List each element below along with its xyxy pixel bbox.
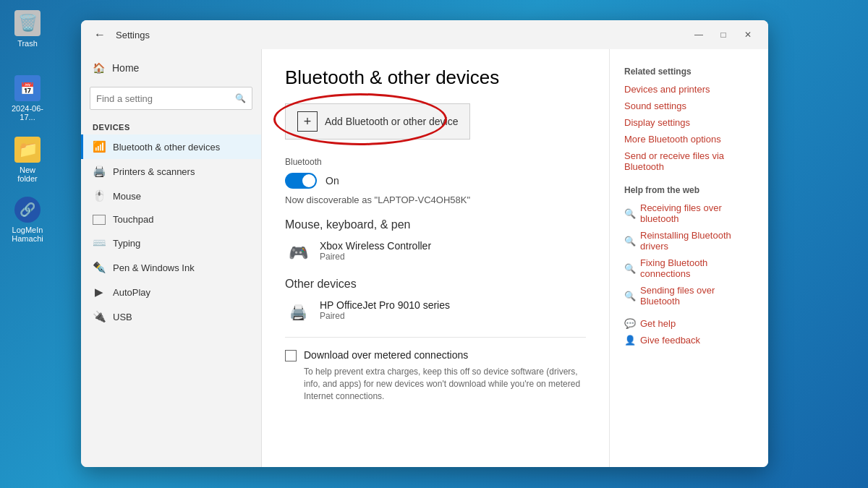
add-bluetooth-container: + Add Bluetooth or other device <box>285 103 470 140</box>
help-link-receiving-label: Receiving files over bluetooth <box>640 202 754 224</box>
help-from-web-title: Help from the web <box>624 185 754 195</box>
give-feedback-link[interactable]: 👤 Give feedback <box>624 335 754 346</box>
device-xbox-name: Xbox Wireless Controller <box>320 240 431 252</box>
search-input[interactable] <box>96 93 235 104</box>
add-bluetooth-label: Add Bluetooth or other device <box>325 116 458 127</box>
sidebar-item-typing[interactable]: ⌨️ Typing <box>81 231 261 255</box>
typing-icon: ⌨️ <box>93 236 106 249</box>
sidebar-item-printers[interactable]: 🖨️ Printers & scanners <box>81 159 261 184</box>
sidebar-item-touchpad-label: Touchpad <box>113 214 153 225</box>
get-help-link[interactable]: 💬 Get help <box>624 318 754 329</box>
help-search-icon-1: 🔍 <box>624 208 636 219</box>
sidebar-item-autoplay-label: AutoPlay <box>113 287 150 298</box>
page-title: Bluetooth & other devices <box>285 67 586 89</box>
maximize-button[interactable]: □ <box>712 26 735 43</box>
close-button[interactable]: ✕ <box>736 26 760 43</box>
bluetooth-toggle-label: On <box>326 175 339 187</box>
help-link-sending-label: Sending files over Bluetooth <box>640 285 754 307</box>
checkbox-section: Download over metered connections To hel… <box>285 337 586 402</box>
search-icon: 🔍 <box>235 93 246 103</box>
mouse-section-title: Mouse, keyboard, & pen <box>285 218 586 231</box>
sidebar: 🏠 Home 🔍 Devices 📶 Bluetooth & other dev… <box>81 49 262 467</box>
desktop-icon-hamachi[interactable]: 🔗 LogMeIn Hamachi <box>6 194 49 246</box>
discoverable-text: Now discoverable as "LAPTOP-VC4OH58K" <box>285 194 586 205</box>
add-bluetooth-button[interactable]: + Add Bluetooth or other device <box>285 103 470 140</box>
help-link-reinstalling[interactable]: 🔍 Reinstalling Bluetooth drivers <box>624 230 754 252</box>
home-icon: 🏠 <box>93 62 105 74</box>
touchpad-icon <box>93 215 106 225</box>
back-button[interactable]: ← <box>90 27 110 43</box>
bluetooth-toggle[interactable] <box>285 173 317 189</box>
checkbox-desc: To help prevent extra charges, keep this… <box>304 366 586 402</box>
desktop-icon-trash[interactable]: 🗑️ Trash <box>6 7 49 51</box>
right-panel: Related settings Devices and printers So… <box>609 49 768 467</box>
usb-icon: 🔌 <box>93 310 106 323</box>
desktop-icon-date[interactable]: 📅 2024-06-17... <box>6 72 49 124</box>
desktop-icon-newfolder[interactable]: 📁 New folder <box>6 134 49 186</box>
sidebar-item-autoplay[interactable]: ▶ AutoPlay <box>81 280 261 304</box>
help-link-reinstalling-label: Reinstalling Bluetooth drivers <box>640 230 754 252</box>
hp-printer-icon: 🖨️ <box>285 299 311 325</box>
help-link-fixing[interactable]: 🔍 Fixing Bluetooth connections <box>624 257 754 279</box>
download-checkbox[interactable] <box>285 350 297 361</box>
sidebar-search-box[interactable]: 🔍 <box>90 87 252 110</box>
give-feedback-icon: 👤 <box>624 335 636 346</box>
sidebar-item-bluetooth[interactable]: 📶 Bluetooth & other devices <box>81 134 261 159</box>
device-hp-name: HP OfficeJet Pro 9010 series <box>320 299 450 311</box>
sidebar-item-mouse-label: Mouse <box>113 191 141 202</box>
sidebar-home-label: Home <box>112 62 139 74</box>
device-xbox-info: Xbox Wireless Controller Paired <box>320 240 431 262</box>
related-link-send-receive[interactable]: Send or receive files via Bluetooth <box>624 150 754 172</box>
sidebar-item-pen-label: Pen & Windows Ink <box>113 262 195 273</box>
related-link-more-bt[interactable]: More Bluetooth options <box>624 134 754 145</box>
device-xbox: 🎮 Xbox Wireless Controller Paired <box>285 240 586 266</box>
sidebar-item-mouse[interactable]: 🖱️ Mouse <box>81 184 261 208</box>
get-help-label: Get help <box>640 318 676 329</box>
help-search-icon-3: 🔍 <box>624 263 636 274</box>
settings-window: ← Settings — □ ✕ 🏠 Home 🔍 <box>81 20 768 467</box>
autoplay-icon: ▶ <box>93 286 106 299</box>
other-devices-title: Other devices <box>285 278 586 291</box>
desktop-icon-trash-label: Trash <box>17 39 38 48</box>
desktop-icon-newfolder-label: New folder <box>9 166 46 183</box>
window-body: 🏠 Home 🔍 Devices 📶 Bluetooth & other dev… <box>81 49 768 467</box>
checkbox-label: Download over metered connections <box>304 349 468 361</box>
bluetooth-section-label: Bluetooth <box>285 157 586 167</box>
printers-icon: 🖨️ <box>93 165 106 178</box>
get-help-icon: 💬 <box>624 318 636 329</box>
pen-icon: ✒️ <box>93 261 106 274</box>
main-content: Bluetooth & other devices + Add Bluetoot… <box>262 49 609 467</box>
device-hp-info: HP OfficeJet Pro 9010 series Paired <box>320 299 450 321</box>
sidebar-item-touchpad[interactable]: Touchpad <box>81 208 261 231</box>
help-search-icon-4: 🔍 <box>624 291 636 301</box>
desktop-icon-date-label: 2024-06-17... <box>9 104 46 121</box>
help-search-icon-2: 🔍 <box>624 236 636 247</box>
related-link-sound[interactable]: Sound settings <box>624 100 754 111</box>
sidebar-home[interactable]: 🏠 Home <box>81 55 261 81</box>
bluetooth-toggle-row: On <box>285 173 586 189</box>
window-controls: — □ ✕ <box>687 26 760 43</box>
bluetooth-icon: 📶 <box>93 140 106 153</box>
sidebar-item-usb[interactable]: 🔌 USB <box>81 304 261 329</box>
mouse-icon: 🖱️ <box>93 189 106 202</box>
related-settings-title: Related settings <box>624 67 754 77</box>
device-xbox-status: Paired <box>320 252 431 262</box>
sidebar-item-bluetooth-label: Bluetooth & other devices <box>113 142 220 153</box>
window-title: Settings <box>116 30 150 40</box>
help-link-receiving[interactable]: 🔍 Receiving files over bluetooth <box>624 202 754 224</box>
checkbox-row: Download over metered connections <box>285 349 586 361</box>
xbox-controller-icon: 🎮 <box>285 240 311 266</box>
related-link-display[interactable]: Display settings <box>624 117 754 128</box>
device-hp: 🖨️ HP OfficeJet Pro 9010 series Paired <box>285 299 586 325</box>
device-hp-status: Paired <box>320 311 450 321</box>
title-bar: ← Settings — □ ✕ <box>81 20 768 49</box>
sidebar-item-pen[interactable]: ✒️ Pen & Windows Ink <box>81 255 261 280</box>
sidebar-item-printers-label: Printers & scanners <box>113 166 195 177</box>
desktop-icon-hamachi-label: LogMeIn Hamachi <box>9 226 46 243</box>
help-link-sending[interactable]: 🔍 Sending files over Bluetooth <box>624 285 754 307</box>
sidebar-item-typing-label: Typing <box>113 238 140 249</box>
sidebar-item-usb-label: USB <box>113 312 132 322</box>
related-link-devices-printers[interactable]: Devices and printers <box>624 84 754 95</box>
give-feedback-label: Give feedback <box>640 335 700 346</box>
minimize-button[interactable]: — <box>687 26 710 43</box>
